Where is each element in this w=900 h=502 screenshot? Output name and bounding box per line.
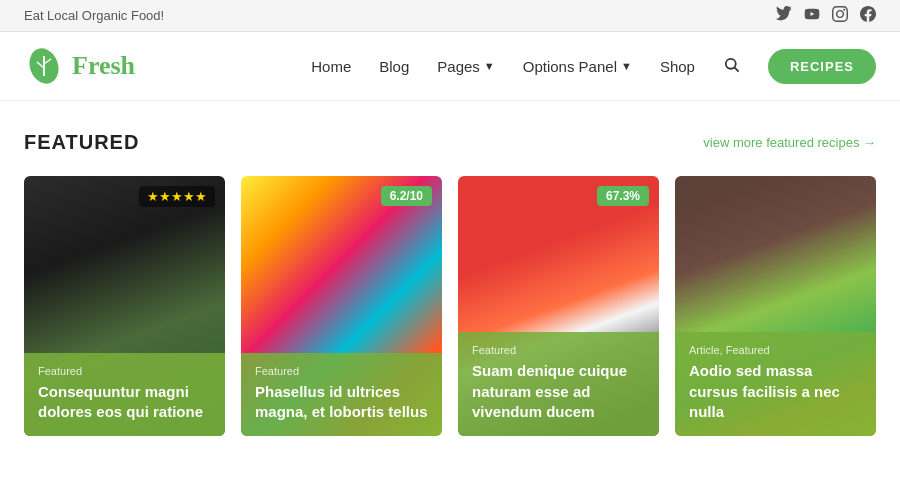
card-3-category: Featured: [472, 344, 645, 356]
card-2-category: Featured: [255, 365, 428, 377]
card-3-overlay: Featured Suam denique cuique naturam ess…: [458, 332, 659, 436]
featured-title: FEATURED: [24, 131, 139, 154]
logo-text: Fresh: [72, 51, 135, 81]
youtube-icon[interactable]: [804, 6, 820, 25]
card-2-title: Phasellus id ultrices magna, et lobortis…: [255, 382, 428, 423]
facebook-icon[interactable]: [860, 6, 876, 25]
svg-line-5: [735, 67, 739, 71]
recipes-button[interactable]: RECIPES: [768, 49, 876, 84]
recipe-card-4[interactable]: Article, Featured Aodio sed massa cursus…: [675, 176, 876, 436]
top-bar: Eat Local Organic Food!: [0, 0, 900, 32]
header: Fresh Home Blog Pages ▼ Options Panel ▼ …: [0, 32, 900, 101]
recipe-card-1[interactable]: ★★★★★ Featured Consequuntur magni dolore…: [24, 176, 225, 436]
nav-home[interactable]: Home: [311, 58, 351, 75]
card-1-title: Consequuntur magni dolores eos qui ratio…: [38, 382, 211, 423]
nav-blog[interactable]: Blog: [379, 58, 409, 75]
nav-options-panel[interactable]: Options Panel ▼: [523, 58, 632, 75]
social-icons: [776, 6, 876, 25]
instagram-icon[interactable]: [832, 6, 848, 25]
card-1-category: Featured: [38, 365, 211, 377]
options-dropdown-arrow: ▼: [621, 60, 632, 72]
recipe-card-3[interactable]: 67.3% Featured Suam denique cuique natur…: [458, 176, 659, 436]
card-3-title: Suam denique cuique naturam esse ad vive…: [472, 361, 645, 422]
main-nav: Home Blog Pages ▼ Options Panel ▼ Shop R…: [311, 49, 876, 84]
logo-leaf-icon: [24, 46, 64, 86]
card-2-badge: 6.2/10: [381, 186, 432, 206]
search-icon[interactable]: [723, 56, 740, 77]
cards-grid: ★★★★★ Featured Consequuntur magni dolore…: [24, 176, 876, 436]
card-3-badge: 67.3%: [597, 186, 649, 206]
featured-header: FEATURED view more featured recipes →: [24, 131, 876, 154]
svg-point-4: [726, 58, 736, 68]
view-more-link[interactable]: view more featured recipes →: [703, 135, 876, 150]
card-1-overlay: Featured Consequuntur magni dolores eos …: [24, 353, 225, 437]
card-2-overlay: Featured Phasellus id ultrices magna, et…: [241, 353, 442, 437]
pages-dropdown-arrow: ▼: [484, 60, 495, 72]
main-content: FEATURED view more featured recipes → ★★…: [0, 101, 900, 476]
card-4-title: Aodio sed massa cursus facilisis a nec n…: [689, 361, 862, 422]
nav-pages[interactable]: Pages ▼: [437, 58, 494, 75]
twitter-icon[interactable]: [776, 6, 792, 25]
tagline: Eat Local Organic Food!: [24, 8, 164, 23]
card-4-category: Article, Featured: [689, 344, 862, 356]
nav-shop[interactable]: Shop: [660, 58, 695, 75]
card-4-overlay: Article, Featured Aodio sed massa cursus…: [675, 332, 876, 436]
recipe-card-2[interactable]: 6.2/10 Featured Phasellus id ultrices ma…: [241, 176, 442, 436]
card-1-stars: ★★★★★: [139, 186, 215, 207]
logo[interactable]: Fresh: [24, 46, 135, 86]
